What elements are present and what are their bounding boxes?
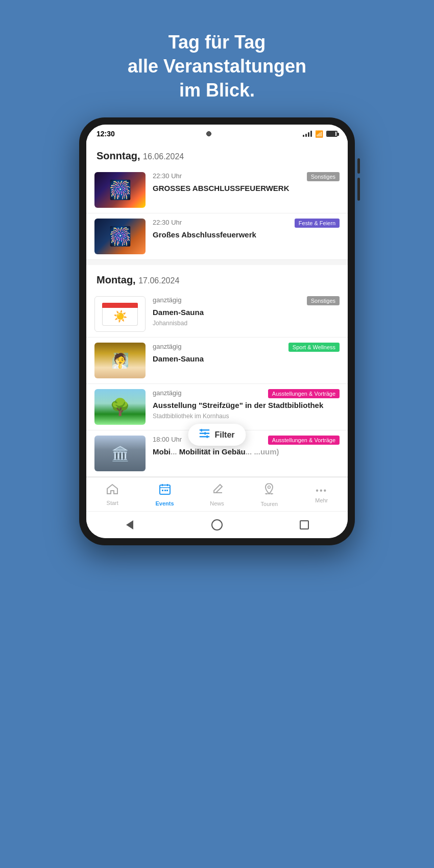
svg-rect-3 [201, 429, 202, 432]
event-thumb-2 [94, 219, 146, 254]
event-meta-1: 22:30 Uhr Sonstiges [153, 172, 340, 181]
event-title-3: Damen-Sauna [153, 307, 340, 318]
nav-label-touren: Touren [261, 501, 278, 507]
event-time-2: 22:30 Uhr [153, 219, 182, 226]
nav-item-start[interactable]: Start [97, 484, 128, 506]
svg-point-15 [266, 493, 268, 495]
mehr-icon: ••• [316, 486, 327, 495]
day-date-monday: 17.06.2024 [138, 276, 179, 285]
hero-line3: im Blick. [128, 79, 306, 103]
svg-rect-11 [164, 490, 166, 491]
event-item-6[interactable]: 18:00 Uhr Ausstellungen & Vorträge Mobi.… [86, 430, 348, 477]
nav-item-events[interactable]: Events [150, 483, 180, 507]
event-thumb-5 [94, 389, 146, 425]
event-time-4: ganztägig [153, 343, 181, 350]
nav-label-events: Events [156, 500, 174, 507]
event-meta-4: ganztägig Sport & Wellness [153, 343, 340, 352]
nav-item-mehr[interactable]: ••• Mehr [306, 486, 337, 503]
event-time-1: 22:30 Uhr [153, 172, 182, 180]
filter-popup[interactable]: Filter [188, 424, 246, 446]
event-title-5: Ausstellung "Streifzüge" in der Stadtbib… [153, 400, 340, 411]
filter-label: Filter [214, 430, 234, 440]
content-area: Sonntag, 16.06.2024 22:30 Uhr Sonstiges … [86, 141, 348, 477]
nav-label-news: News [210, 500, 224, 507]
touren-icon [263, 483, 275, 499]
svg-point-16 [271, 493, 273, 495]
android-nav [86, 511, 348, 538]
event-tag-6: Ausstellungen & Vorträge [268, 436, 340, 445]
battery-icon [326, 131, 337, 137]
event-time-6: 18:00 Uhr [153, 436, 182, 443]
date-header-monday: Montag, 17.06.2024 [86, 265, 348, 291]
camera-dot [206, 131, 211, 136]
event-thumb-4 [94, 343, 146, 378]
event-tag-2: Feste & Feiern [295, 219, 340, 228]
svg-rect-2 [199, 436, 209, 438]
hero-line1: Tag für Tag [128, 31, 306, 55]
status-icons: 📶 [303, 130, 337, 138]
event-item-2[interactable]: 22:30 Uhr Feste & Feiern Großes Abschlus… [86, 213, 348, 260]
event-item-4[interactable]: ganztägig Sport & Wellness Damen-Sauna [86, 337, 348, 384]
event-tag-4: Sport & Wellness [288, 343, 340, 352]
hero-text: Tag für Tag alle Veranstaltungen im Blic… [128, 31, 306, 102]
home-circle-icon [211, 519, 223, 531]
event-thumb-1 [94, 172, 146, 208]
event-time-5: ganztägig [153, 389, 181, 397]
recents-icon [300, 520, 309, 529]
date-header-sunday: Sonntag, 16.06.2024 [86, 141, 348, 167]
status-time: 12:30 [97, 130, 115, 138]
svg-rect-5 [206, 436, 208, 439]
event-meta-5: ganztägig Ausstellungen & Vorträge [153, 389, 340, 398]
nav-item-news[interactable]: News [202, 483, 232, 507]
event-thumb-3: ☀️ [94, 296, 146, 332]
svg-rect-12 [166, 490, 168, 491]
event-time-3: ganztägig [153, 296, 181, 304]
event-tag-3: Sonstiges [307, 296, 340, 305]
event-info-3: ganztägig Sonstiges Damen-Sauna Johannis… [153, 296, 340, 327]
event-tag-5: Ausstellungen & Vorträge [268, 389, 340, 398]
event-meta-2: 22:30 Uhr Feste & Feiern [153, 219, 340, 228]
wifi-icon: 📶 [315, 130, 323, 138]
nav-label-mehr: Mehr [315, 497, 328, 503]
news-icon [211, 483, 223, 498]
event-info-4: ganztägig Sport & Wellness Damen-Sauna [153, 343, 340, 366]
bottom-nav: Start Events [86, 477, 348, 511]
event-title-2: Großes Abschlussfeuerwerk [153, 230, 340, 240]
nav-item-touren[interactable]: Touren [254, 483, 284, 507]
filter-icon [199, 429, 209, 441]
day-name-sunday: Sonntag, [97, 150, 140, 161]
event-title-4: Damen-Sauna [153, 354, 340, 364]
event-location-3: Johannisbad [153, 320, 340, 327]
event-info-5: ganztägig Ausstellungen & Vorträge Ausst… [153, 389, 340, 420]
event-tag-1: Sonstiges [307, 172, 340, 181]
nav-label-start: Start [107, 500, 118, 506]
day-date-sunday: 16.06.2024 [143, 152, 184, 161]
event-info-1: 22:30 Uhr Sonstiges GROSSES ABSCHLUSSFEU… [153, 172, 340, 196]
volume-up-button [357, 158, 360, 174]
event-meta-3: ganztägig Sonstiges [153, 296, 340, 305]
event-title-1: GROSSES ABSCHLUSSFEUERWERK [153, 183, 340, 194]
event-meta-6: 18:00 Uhr Ausstellungen & Vorträge [153, 436, 340, 445]
event-item-1[interactable]: 22:30 Uhr Sonstiges GROSSES ABSCHLUSSFEU… [86, 167, 348, 213]
day-name-monday: Montag, [97, 274, 136, 285]
signal-bars [303, 131, 312, 137]
home-button[interactable] [210, 518, 224, 532]
events-icon [159, 483, 171, 498]
event-thumb-6 [94, 436, 146, 471]
event-info-2: 22:30 Uhr Feste & Feiern Großes Abschlus… [153, 219, 340, 242]
back-button[interactable] [123, 518, 137, 532]
svg-point-13 [268, 486, 271, 489]
section-divider [86, 260, 348, 265]
hero-line2: alle Veranstaltungen [128, 55, 306, 79]
phone-frame: 12:30 📶 Sonntag, 16.06.2024 [79, 117, 355, 545]
svg-rect-10 [162, 490, 163, 491]
event-info-6: 18:00 Uhr Ausstellungen & Vorträge Mobi.… [153, 436, 340, 459]
phone-screen: 12:30 📶 Sonntag, 16.06.2024 [86, 125, 348, 538]
event-location-5: Stadtbibliothek im Kornhaus [153, 413, 340, 420]
status-bar: 12:30 📶 [86, 125, 348, 141]
event-item-3[interactable]: ☀️ ganztägig Sonstiges Damen-Sauna Johan… [86, 291, 348, 337]
volume-down-button [357, 178, 360, 201]
recents-button[interactable] [297, 518, 311, 532]
svg-rect-4 [204, 432, 206, 435]
home-icon [106, 484, 118, 498]
